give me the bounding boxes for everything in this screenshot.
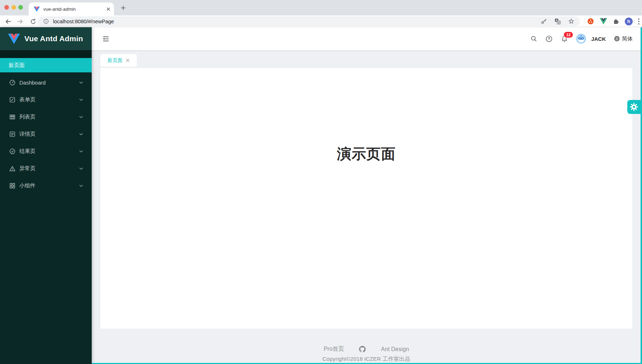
notification-badge: 12 bbox=[564, 32, 573, 38]
header-right-cluster: ? 12 bbox=[530, 27, 633, 50]
globe-icon bbox=[614, 35, 620, 42]
github-icon[interactable] bbox=[359, 346, 366, 353]
table-icon bbox=[9, 114, 15, 120]
app-root: Vue Antd Admin 新页面 Dashboard bbox=[0, 27, 642, 364]
settings-drawer-button[interactable] bbox=[627, 100, 641, 114]
sidebar-item-label: 结果页 bbox=[19, 148, 79, 155]
page-tab-label: 新页面 bbox=[107, 57, 123, 64]
minimize-window-button[interactable] bbox=[11, 5, 16, 10]
chevron-down-icon bbox=[79, 81, 83, 84]
main-area: ? 12 bbox=[92, 27, 642, 364]
chevron-down-icon bbox=[79, 99, 83, 101]
chevron-down-icon bbox=[79, 185, 83, 187]
question-circle-icon: ? bbox=[545, 35, 553, 43]
sidebar-item-results[interactable]: 结果页 bbox=[0, 144, 92, 158]
browser-tab-title: vue-antd-admin bbox=[43, 6, 106, 12]
forward-icon bbox=[16, 18, 24, 25]
sidebar-item-label: 表单页 bbox=[19, 96, 79, 103]
content-panel: 演示页面 bbox=[100, 68, 632, 329]
vue-devtools-icon[interactable] bbox=[600, 18, 607, 25]
check-circle-icon bbox=[9, 148, 15, 154]
profile-icon bbox=[9, 131, 15, 137]
svg-text:?: ? bbox=[548, 37, 550, 41]
back-button[interactable] bbox=[4, 17, 12, 26]
footer-link-pro-home[interactable]: Pro首页 bbox=[324, 345, 344, 353]
close-tab-icon[interactable] bbox=[106, 7, 110, 11]
footer-links: Pro首页 Ant Design bbox=[324, 345, 409, 353]
sidebar-item-label: 列表页 bbox=[19, 114, 79, 120]
collapse-sidebar-button[interactable] bbox=[101, 34, 110, 43]
footer-copyright: Copyright©2018 ICZER 工作室出品 bbox=[100, 355, 632, 363]
profile-letter: h bbox=[627, 19, 630, 24]
form-icon bbox=[9, 97, 15, 103]
sidebar-item-label: 异常页 bbox=[19, 165, 79, 172]
app-logo[interactable]: Vue Antd Admin bbox=[0, 27, 92, 50]
extensions-puzzle-icon[interactable] bbox=[613, 18, 619, 25]
sidebar-item-details[interactable]: 详情页 bbox=[0, 127, 92, 141]
footer-link-ant-design[interactable]: Ant Design bbox=[381, 346, 409, 353]
page-title: 演示页面 bbox=[100, 68, 632, 164]
page-tab-new-page[interactable]: 新页面 bbox=[100, 54, 137, 67]
user-name[interactable]: JACK bbox=[591, 36, 606, 42]
sidebar: Vue Antd Admin 新页面 Dashboard bbox=[0, 27, 92, 364]
chevron-down-icon bbox=[79, 133, 83, 135]
search-icon bbox=[530, 35, 537, 42]
vue-favicon bbox=[34, 6, 40, 12]
url-text[interactable]: localhost:8080/#/newPage bbox=[53, 19, 541, 24]
sidebar-item-new-page-selected[interactable]: 新页面 bbox=[0, 58, 92, 72]
bookmark-star-icon[interactable] bbox=[568, 18, 575, 25]
sidebar-item-forms[interactable]: 表单页 bbox=[0, 92, 92, 107]
menu-fold-icon bbox=[102, 35, 110, 43]
browser-toolbar: localhost:8080/#/newPage A bbox=[0, 15, 642, 27]
browser-tab[interactable]: vue-antd-admin bbox=[29, 3, 114, 15]
new-tab-button[interactable] bbox=[119, 3, 128, 13]
forward-button[interactable] bbox=[16, 17, 25, 26]
vue-logo-icon bbox=[8, 34, 20, 44]
chevron-down-icon bbox=[79, 116, 83, 118]
chevron-down-icon bbox=[79, 150, 83, 153]
language-label: 简体 bbox=[622, 35, 633, 42]
appstore-icon bbox=[9, 183, 15, 189]
language-switcher[interactable]: 简体 bbox=[614, 35, 633, 42]
sidebar-menu: Dashboard 表单页 bbox=[0, 75, 92, 193]
sidebar-item-label: 详情页 bbox=[19, 131, 79, 138]
address-bar[interactable]: localhost:8080/#/newPage A bbox=[38, 16, 580, 26]
close-icon[interactable] bbox=[126, 58, 130, 62]
chevron-down-icon bbox=[79, 167, 83, 170]
browser-profile-avatar[interactable]: h bbox=[625, 18, 633, 25]
search-button[interactable] bbox=[530, 35, 537, 42]
sidebar-item-exceptions[interactable]: 异常页 bbox=[0, 161, 92, 176]
user-avatar[interactable] bbox=[576, 34, 586, 44]
dashboard-icon bbox=[9, 80, 15, 86]
back-icon bbox=[4, 18, 12, 25]
help-button[interactable]: ? bbox=[545, 35, 553, 43]
drawer-edge-right[interactable] bbox=[641, 27, 642, 364]
warning-icon bbox=[9, 166, 15, 172]
avatar-robot-icon bbox=[576, 34, 586, 44]
app-title: Vue Antd Admin bbox=[24, 34, 83, 43]
page-footer: Pro首页 Ant Design Copyright©2018 ICZER 工作… bbox=[100, 345, 632, 363]
sidebar-item-lists[interactable]: 列表页 bbox=[0, 110, 92, 124]
sidebar-item-label: Dashboard bbox=[19, 80, 79, 86]
browser-menu-icon[interactable] bbox=[638, 18, 639, 25]
close-window-button[interactable] bbox=[4, 5, 9, 10]
sidebar-item-dashboard[interactable]: Dashboard bbox=[0, 75, 92, 90]
browser-window: vue-antd-admin bbox=[0, 0, 642, 364]
reload-button[interactable] bbox=[29, 17, 37, 26]
sidebar-item-label: 小组件 bbox=[19, 182, 79, 189]
notifications-button[interactable]: 12 bbox=[561, 35, 568, 43]
translate-icon[interactable]: A bbox=[554, 18, 561, 25]
sidebar-item-widgets[interactable]: 小组件 bbox=[0, 178, 92, 193]
sidebar-divider bbox=[0, 50, 92, 58]
plus-icon bbox=[121, 5, 126, 10]
app-header: ? 12 bbox=[92, 27, 642, 50]
sidebar-item-label: 新页面 bbox=[9, 62, 25, 68]
site-info-icon[interactable] bbox=[43, 18, 49, 24]
extension-icon-orange[interactable] bbox=[587, 18, 594, 25]
reload-icon bbox=[29, 18, 37, 25]
browser-tabstrip: vue-antd-admin bbox=[0, 0, 642, 15]
gear-icon bbox=[630, 103, 638, 111]
zoom-window-button[interactable] bbox=[18, 5, 23, 10]
password-key-icon[interactable] bbox=[541, 18, 547, 25]
extensions-cluster: h bbox=[587, 15, 639, 27]
